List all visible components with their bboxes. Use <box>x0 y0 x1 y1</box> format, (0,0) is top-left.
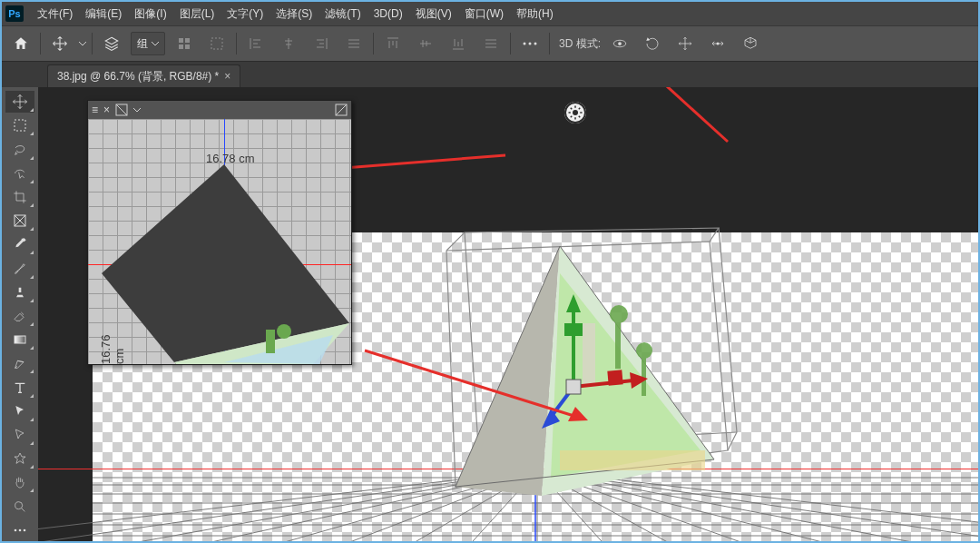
brush-tool[interactable] <box>5 257 34 279</box>
svg-rect-4 <box>211 38 222 49</box>
gradient-tool[interactable] <box>5 329 34 350</box>
svg-point-7 <box>534 43 537 45</box>
align-hcenter-icon[interactable] <box>275 30 302 57</box>
clone-stamp-tool[interactable] <box>5 281 34 303</box>
svg-rect-82 <box>266 330 275 353</box>
move-tool[interactable] <box>5 91 34 113</box>
options-bar: 组 3D 模式: <box>2 25 978 62</box>
type-tool[interactable] <box>5 376 34 398</box>
svg-rect-1 <box>185 38 190 43</box>
svg-rect-51 <box>642 355 646 396</box>
svg-rect-11 <box>15 120 25 131</box>
menu-edit[interactable]: 编辑(E) <box>79 2 128 25</box>
svg-line-67 <box>571 108 573 110</box>
quick-select-tool[interactable] <box>5 163 34 184</box>
menu-layer[interactable]: 图层(L) <box>173 2 221 25</box>
3d-slide-icon[interactable] <box>704 30 731 57</box>
show-transform-controls-icon[interactable] <box>203 30 230 57</box>
menu-view[interactable]: 视图(V) <box>409 2 458 25</box>
environment-light-icon[interactable] <box>564 102 586 123</box>
svg-point-17 <box>24 528 26 531</box>
svg-point-10 <box>717 43 720 45</box>
svg-rect-49 <box>615 319 621 369</box>
document-tab-title: 38.jpg @ 66.7% (背景, RGB/8#) * <box>57 69 219 84</box>
menu-filter[interactable]: 滤镜(T) <box>318 2 367 25</box>
shape-tool[interactable] <box>5 448 34 469</box>
menu-select[interactable]: 选择(S) <box>270 2 318 25</box>
hand-tool[interactable] <box>5 471 34 493</box>
align-more-icon[interactable] <box>340 30 368 57</box>
svg-point-5 <box>524 43 526 45</box>
svg-point-83 <box>277 324 291 339</box>
crop-tool[interactable] <box>5 186 34 208</box>
chevron-down-icon[interactable] <box>133 106 141 114</box>
menu-type[interactable]: 文字(Y) <box>220 2 270 25</box>
3d-orbit-icon[interactable] <box>606 30 633 57</box>
menu-help[interactable]: 帮助(H) <box>510 2 560 25</box>
photoshop-window: Ps 文件(F) 编辑(E) 图像(I) 图层(L) 文字(Y) 选择(S) 滤… <box>0 0 980 543</box>
path-select-tool[interactable] <box>5 400 34 422</box>
layers-stack-icon[interactable] <box>98 30 125 57</box>
lasso-tool[interactable] <box>5 138 34 160</box>
svg-point-6 <box>529 43 532 45</box>
document-tab-bar: 38.jpg @ 66.7% (背景, RGB/8#) * × <box>2 62 978 88</box>
3d-rotate-icon[interactable] <box>639 30 666 57</box>
svg-rect-2 <box>179 44 183 49</box>
svg-point-15 <box>15 528 17 531</box>
opt-icon-1[interactable] <box>171 30 198 57</box>
svg-marker-43 <box>456 246 560 496</box>
rect-marquee-tool[interactable] <box>5 114 34 136</box>
svg-line-69 <box>579 108 581 110</box>
mode3d-label: 3D 模式: <box>559 36 601 52</box>
align-vcenter-icon[interactable] <box>412 30 439 57</box>
eraser-tool[interactable] <box>5 305 34 327</box>
document-canvas[interactable]: ≡ × 16.78 cm 16.76 cm <box>38 87 978 541</box>
home-button[interactable] <box>7 30 34 57</box>
document-tab[interactable]: 38.jpg @ 66.7% (背景, RGB/8#) * × <box>47 64 240 87</box>
svg-rect-13 <box>15 336 25 343</box>
3d-scale-icon[interactable] <box>737 30 764 57</box>
menu-window[interactable]: 窗口(W) <box>458 2 510 25</box>
separator <box>236 33 237 54</box>
more-tool[interactable] <box>5 519 34 541</box>
svg-rect-0 <box>179 38 183 43</box>
align-right-icon[interactable] <box>308 30 335 57</box>
eyedropper-tool[interactable] <box>5 233 34 255</box>
work-area: ≡ × 16.78 cm 16.76 cm <box>2 87 978 541</box>
3d-pan-icon[interactable] <box>671 30 699 57</box>
zoom-tool[interactable] <box>5 495 34 517</box>
svg-point-9 <box>618 42 622 45</box>
svg-point-14 <box>15 501 23 508</box>
menu-3d[interactable]: 3D(D) <box>368 2 409 25</box>
separator <box>373 33 374 54</box>
svg-line-68 <box>579 116 581 118</box>
distribute-icon[interactable] <box>477 30 505 57</box>
secondary-view-titlebar[interactable]: ≡ × <box>88 101 351 120</box>
separator <box>510 33 511 54</box>
panel-view-icon[interactable] <box>115 104 128 116</box>
pen-tool[interactable] <box>5 352 34 374</box>
menu-image[interactable]: 图像(I) <box>128 2 172 25</box>
more-options-icon[interactable] <box>516 30 544 57</box>
panel-close-icon[interactable]: × <box>103 104 110 116</box>
menu-bar: Ps 文件(F) 编辑(E) 图像(I) 图层(L) 文字(Y) 选择(S) 滤… <box>2 2 978 25</box>
move-tool-icon[interactable] <box>46 30 74 57</box>
close-tab-icon[interactable]: × <box>224 70 230 83</box>
align-top-icon[interactable] <box>379 30 407 57</box>
frame-tool[interactable] <box>5 210 34 232</box>
secondary-3d-view-panel[interactable]: ≡ × 16.78 cm 16.76 cm <box>87 100 352 365</box>
svg-rect-58 <box>607 370 622 385</box>
svg-rect-55 <box>564 323 583 336</box>
direct-select-tool[interactable] <box>5 424 34 446</box>
separator <box>40 33 41 54</box>
svg-rect-47 <box>583 323 595 387</box>
align-left-icon[interactable] <box>242 30 270 57</box>
svg-rect-61 <box>566 380 581 394</box>
panel-menu-icon[interactable]: ≡ <box>92 104 98 116</box>
group-selector[interactable]: 组 <box>131 32 165 55</box>
menu-file[interactable]: 文件(F) <box>31 2 79 25</box>
svg-rect-3 <box>185 44 190 49</box>
separator <box>92 33 93 54</box>
align-bottom-icon[interactable] <box>445 30 472 57</box>
panel-expand-icon[interactable] <box>335 104 348 116</box>
